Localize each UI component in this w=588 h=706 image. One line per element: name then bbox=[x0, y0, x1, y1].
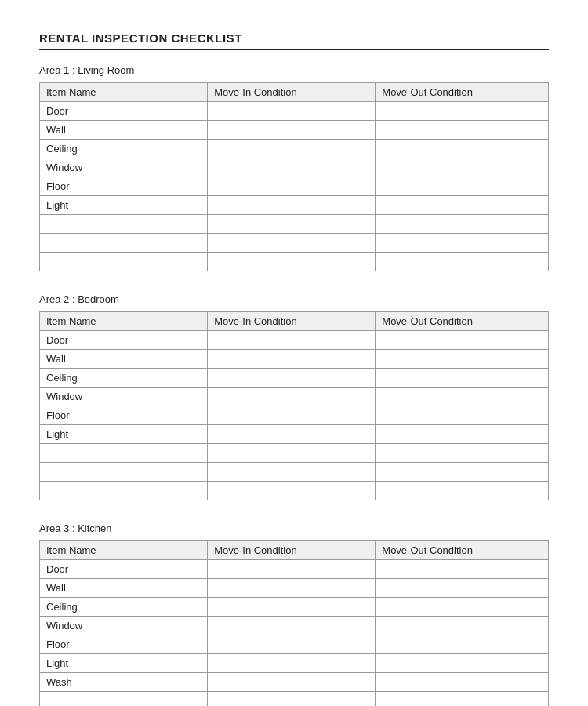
table-row: Door bbox=[40, 331, 549, 350]
cell-2-4-1: Window bbox=[40, 388, 208, 406]
cell-1-3-3 bbox=[376, 140, 549, 158]
cell-2-7-1 bbox=[40, 444, 208, 463]
cell-3-6-3 bbox=[376, 654, 549, 673]
cell-2-6-3 bbox=[376, 425, 549, 444]
cell-2-8-1 bbox=[40, 463, 208, 482]
table-row: Wash bbox=[40, 673, 549, 692]
cell-3-5-3 bbox=[376, 635, 549, 654]
cell-2-4-3 bbox=[376, 388, 549, 406]
cell-3-3-1: Ceiling bbox=[40, 598, 208, 617]
cell-3-8-1 bbox=[40, 692, 208, 707]
cell-1-1-2 bbox=[208, 102, 376, 121]
area-section-2: Area 2 : BedroomItem NameMove-In Conditi… bbox=[39, 293, 549, 500]
cell-1-1-1: Door bbox=[40, 102, 208, 121]
cell-2-2-1: Wall bbox=[40, 350, 208, 369]
cell-3-4-2 bbox=[208, 617, 376, 635]
cell-2-1-1: Door bbox=[40, 331, 208, 350]
table-row: Light bbox=[40, 425, 549, 444]
table-row bbox=[40, 444, 549, 463]
table-row: Ceiling bbox=[40, 598, 549, 617]
table-row: Window bbox=[40, 158, 549, 177]
cell-3-4-3 bbox=[376, 617, 549, 635]
cell-1-2-3 bbox=[376, 121, 549, 140]
cell-1-8-1 bbox=[40, 234, 208, 253]
cell-2-9-3 bbox=[376, 482, 549, 500]
cell-2-5-1: Floor bbox=[40, 406, 208, 425]
cell-1-4-1: Window bbox=[40, 158, 208, 177]
area-heading-3: Area 3 : Kitchen bbox=[39, 522, 549, 534]
cell-3-1-3 bbox=[376, 560, 549, 579]
cell-2-1-2 bbox=[208, 331, 376, 350]
cell-1-8-2 bbox=[208, 234, 376, 253]
table-row: Light bbox=[40, 654, 549, 673]
cell-1-7-1 bbox=[40, 215, 208, 234]
cell-1-9-3 bbox=[376, 253, 549, 271]
cell-1-5-1: Floor bbox=[40, 177, 208, 196]
cell-2-8-2 bbox=[208, 463, 376, 482]
cell-3-6-2 bbox=[208, 654, 376, 673]
area-section-1: Area 1 : Living RoomItem NameMove-In Con… bbox=[39, 64, 549, 271]
title-divider bbox=[39, 49, 549, 50]
cell-3-3-2 bbox=[208, 598, 376, 617]
col-header-1-2: Move-In Condition bbox=[208, 83, 376, 102]
cell-3-1-1: Door bbox=[40, 560, 208, 579]
cell-2-3-3 bbox=[376, 369, 549, 388]
cell-1-7-3 bbox=[376, 215, 549, 234]
cell-2-2-2 bbox=[208, 350, 376, 369]
cell-2-3-1: Ceiling bbox=[40, 369, 208, 388]
table-row bbox=[40, 463, 549, 482]
cell-2-6-1: Light bbox=[40, 425, 208, 444]
cell-2-8-3 bbox=[376, 463, 549, 482]
cell-2-7-2 bbox=[208, 444, 376, 463]
cell-3-8-2 bbox=[208, 692, 376, 707]
cell-2-4-2 bbox=[208, 388, 376, 406]
table-area-1: Item NameMove-In ConditionMove-Out Condi… bbox=[39, 82, 549, 271]
table-row: Floor bbox=[40, 635, 549, 654]
cell-3-4-1: Window bbox=[40, 617, 208, 635]
cell-1-7-2 bbox=[208, 215, 376, 234]
cell-3-8-3 bbox=[376, 692, 549, 707]
col-header-3-3: Move-Out Condition bbox=[376, 541, 549, 560]
cell-1-8-3 bbox=[376, 234, 549, 253]
table-row: Window bbox=[40, 388, 549, 406]
cell-3-2-1: Wall bbox=[40, 579, 208, 598]
cell-1-6-2 bbox=[208, 196, 376, 215]
table-row: Ceiling bbox=[40, 140, 549, 158]
cell-1-6-3 bbox=[376, 196, 549, 215]
area-section-3: Area 3 : KitchenItem NameMove-In Conditi… bbox=[39, 522, 549, 706]
col-header-1-3: Move-Out Condition bbox=[376, 83, 549, 102]
col-header-3-1: Item Name bbox=[40, 541, 208, 560]
cell-2-6-2 bbox=[208, 425, 376, 444]
table-row bbox=[40, 215, 549, 234]
col-header-2-1: Item Name bbox=[40, 312, 208, 331]
cell-1-5-3 bbox=[376, 177, 549, 196]
cell-1-4-3 bbox=[376, 158, 549, 177]
table-row: Door bbox=[40, 560, 549, 579]
table-row bbox=[40, 692, 549, 707]
cell-1-3-1: Ceiling bbox=[40, 140, 208, 158]
col-header-2-2: Move-In Condition bbox=[208, 312, 376, 331]
table-row: Floor bbox=[40, 406, 549, 425]
cell-3-3-3 bbox=[376, 598, 549, 617]
table-row: Wall bbox=[40, 121, 549, 140]
table-row bbox=[40, 482, 549, 500]
col-header-1-1: Item Name bbox=[40, 83, 208, 102]
table-area-2: Item NameMove-In ConditionMove-Out Condi… bbox=[39, 311, 549, 500]
cell-1-6-1: Light bbox=[40, 196, 208, 215]
cell-2-9-1 bbox=[40, 482, 208, 500]
cell-3-2-2 bbox=[208, 579, 376, 598]
cell-3-5-2 bbox=[208, 635, 376, 654]
cell-1-4-2 bbox=[208, 158, 376, 177]
cell-1-1-3 bbox=[376, 102, 549, 121]
cell-3-6-1: Light bbox=[40, 654, 208, 673]
table-area-3: Item NameMove-In ConditionMove-Out Condi… bbox=[39, 540, 549, 706]
table-row: Light bbox=[40, 196, 549, 215]
table-row: Wall bbox=[40, 579, 549, 598]
page-title: RENTAL INSPECTION CHECKLIST bbox=[39, 31, 549, 45]
cell-3-7-1: Wash bbox=[40, 673, 208, 692]
cell-2-5-3 bbox=[376, 406, 549, 425]
cell-3-7-2 bbox=[208, 673, 376, 692]
cell-1-5-2 bbox=[208, 177, 376, 196]
cell-1-3-2 bbox=[208, 140, 376, 158]
cell-1-9-2 bbox=[208, 253, 376, 271]
